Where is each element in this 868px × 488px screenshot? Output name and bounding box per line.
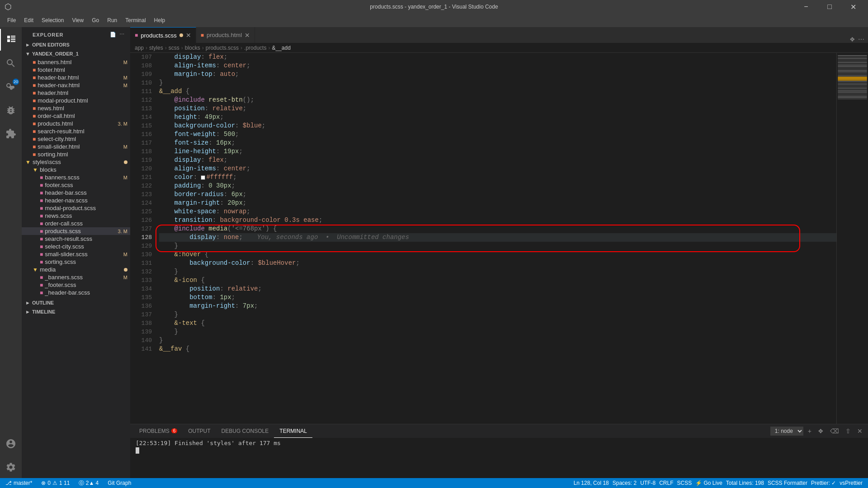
code-line-117: font-size: 16px; bbox=[159, 139, 836, 147]
git-graph-label: Git Graph bbox=[108, 480, 131, 486]
file-header-bar-scss[interactable]: ■ header-bar.scss bbox=[22, 189, 130, 197]
file-footer-scss[interactable]: ■ footer.scss bbox=[22, 181, 130, 189]
file-products-scss[interactable]: ■ products.scss 3. M bbox=[22, 227, 130, 235]
maximize-button[interactable]: □ bbox=[819, 0, 840, 14]
sidebar-more-icon[interactable]: ⋯ bbox=[119, 32, 125, 38]
file-header-bar-media-scss[interactable]: ■ _header-bar.scss bbox=[22, 289, 130, 296]
status-cursor[interactable]: Ln 128, Col 18 bbox=[572, 480, 611, 486]
tab-products-html[interactable]: ■ products.html ✕ bbox=[196, 27, 255, 43]
terminal-select[interactable]: 1: node bbox=[770, 427, 803, 436]
file-search-result-scss[interactable]: ■ search-result.scss bbox=[22, 235, 130, 243]
activity-debug[interactable] bbox=[0, 99, 22, 121]
close-button[interactable]: ✕ bbox=[843, 0, 863, 14]
file-small-slider-scss[interactable]: ■ small-slider.scss M bbox=[22, 250, 130, 258]
maximize-panel-button[interactable]: ⇧ bbox=[844, 427, 853, 436]
minimize-button[interactable]: − bbox=[796, 0, 816, 14]
file-sorting-scss[interactable]: ■ sorting.scss bbox=[22, 258, 130, 266]
tab-problems[interactable]: PROBLEMS 6 bbox=[134, 424, 183, 438]
file-sorting-html[interactable]: ■ sorting.html bbox=[22, 150, 130, 158]
status-formatter[interactable]: SCSS Formatter bbox=[766, 480, 809, 486]
activity-account[interactable] bbox=[0, 433, 22, 455]
close-panel-button[interactable]: ✕ bbox=[855, 427, 864, 436]
tab-terminal[interactable]: TERMINAL bbox=[274, 424, 312, 438]
menu-go[interactable]: Go bbox=[88, 15, 103, 25]
tab-close-button[interactable]: ✕ bbox=[245, 32, 250, 39]
activity-search[interactable] bbox=[0, 52, 22, 74]
menu-help[interactable]: Help bbox=[151, 15, 169, 25]
breadcrumb-current[interactable]: &__add bbox=[272, 45, 290, 51]
file-order-call-scss[interactable]: ■ order-call.scss bbox=[22, 220, 130, 227]
status-spaces[interactable]: Spaces: 2 bbox=[611, 480, 638, 486]
folder-blocks[interactable]: ▼ blocks bbox=[22, 166, 130, 174]
status-encoding[interactable]: UTF-8 bbox=[638, 480, 657, 486]
breadcrumb-file[interactable]: products.scss bbox=[206, 45, 239, 51]
trash-icon[interactable]: ⌫ bbox=[828, 427, 841, 436]
menu-run[interactable]: Run bbox=[104, 15, 121, 25]
code-content[interactable]: display: flex; align-items: center; marg… bbox=[156, 53, 836, 424]
file-footer-html[interactable]: ■ footer.html bbox=[22, 66, 130, 74]
folder-styles-scss[interactable]: ▼ styles\scss bbox=[22, 158, 130, 166]
breadcrumb-scss[interactable]: scss bbox=[169, 45, 179, 51]
split-editor-icon[interactable]: ❖ bbox=[849, 36, 855, 43]
menu-view[interactable]: View bbox=[68, 15, 87, 25]
tab-debug-console[interactable]: DEBUG CONSOLE bbox=[216, 424, 274, 438]
menu-terminal[interactable]: Terminal bbox=[122, 15, 149, 25]
sidebar-tree: ► Open Editors ▼ YANDEX_ORDER_1 ■ banner… bbox=[22, 40, 130, 478]
file-modal-product-scss[interactable]: ■ modal-product.scss bbox=[22, 204, 130, 212]
file-banners-html[interactable]: ■ banners.html M bbox=[22, 58, 130, 66]
status-total-lines[interactable]: Total Lines: 198 bbox=[724, 480, 766, 486]
file-news-scss[interactable]: ■ news.scss bbox=[22, 212, 130, 220]
add-terminal-button[interactable]: + bbox=[806, 427, 813, 436]
open-editors-section[interactable]: ► Open Editors bbox=[22, 40, 130, 49]
new-file-icon[interactable]: 📄 bbox=[110, 32, 117, 38]
file-order-call-html[interactable]: ■ order-call.html bbox=[22, 112, 130, 120]
more-actions-icon[interactable]: ⋯ bbox=[858, 36, 864, 43]
breadcrumb-selector[interactable]: .products bbox=[244, 45, 266, 51]
line-numbers: 107 108 109 110 111 112 113 114 115 116 … bbox=[130, 53, 156, 424]
status-git-graph[interactable]: Git Graph bbox=[106, 480, 133, 486]
file-small-slider-html[interactable]: ■ small-slider.html M bbox=[22, 143, 130, 150]
breadcrumb-app[interactable]: app bbox=[135, 45, 144, 51]
status-errors[interactable]: ⊗ 0 ⚠ 1 11 bbox=[39, 480, 71, 486]
tab-products-scss[interactable]: ■ products.scss ✕ bbox=[130, 27, 196, 43]
file-header-nav-scss[interactable]: ■ header-nav.scss bbox=[22, 197, 130, 204]
file-select-city-scss[interactable]: ■ select-city.scss bbox=[22, 243, 130, 250]
html-icon: ■ bbox=[33, 90, 36, 96]
activity-settings[interactable] bbox=[0, 456, 22, 478]
activity-explorer[interactable] bbox=[0, 29, 22, 51]
breadcrumb-styles[interactable]: styles bbox=[149, 45, 163, 51]
status-branch[interactable]: ⎇ master* bbox=[4, 480, 34, 486]
timeline-section[interactable]: ► TIMELINE bbox=[22, 307, 130, 316]
status-live-server[interactable]: ⚡ Go Live bbox=[693, 480, 724, 486]
menu-file[interactable]: File bbox=[4, 15, 19, 25]
file-select-city-html[interactable]: ■ select-city.html bbox=[22, 135, 130, 143]
breadcrumb-blocks[interactable]: blocks bbox=[185, 45, 200, 51]
tab-output[interactable]: OUTPUT bbox=[183, 424, 216, 438]
file-banners-media-scss[interactable]: ■ _banners.scss M bbox=[22, 273, 130, 281]
tab-close-button[interactable]: ✕ bbox=[186, 32, 191, 39]
activity-source-control[interactable]: 20 bbox=[0, 76, 22, 98]
status-prettier[interactable]: Prettier: ✓ bbox=[809, 480, 838, 486]
menu-selection[interactable]: Selection bbox=[38, 15, 67, 25]
file-banners-scss[interactable]: ■ banners.scss M bbox=[22, 174, 130, 181]
file-footer-media-scss[interactable]: ■ _footer.scss bbox=[22, 281, 130, 289]
file-header-html[interactable]: ■ header.html bbox=[22, 89, 130, 97]
panel-content[interactable]: [22:53:19] Finished 'styles' after 177 m… bbox=[130, 438, 868, 478]
menu-edit[interactable]: Edit bbox=[20, 15, 37, 25]
outline-section[interactable]: ► OUTLINE bbox=[22, 298, 130, 307]
status-language[interactable]: SCSS bbox=[675, 480, 693, 486]
split-terminal-button[interactable]: ❖ bbox=[816, 427, 826, 436]
status-git-sync[interactable]: ⓪ 2▲ 4 bbox=[77, 479, 100, 487]
file-products-html[interactable]: ■ products.html 3. M bbox=[22, 120, 130, 127]
file-modal-product-html[interactable]: ■ modal-product.html bbox=[22, 97, 130, 104]
project-section[interactable]: ▼ YANDEX_ORDER_1 bbox=[22, 49, 130, 58]
activity-extensions[interactable] bbox=[0, 123, 22, 145]
code-editor[interactable]: 107 108 109 110 111 112 113 114 115 116 … bbox=[130, 53, 868, 424]
status-line-ending[interactable]: CRLF bbox=[657, 480, 675, 486]
file-header-nav-html[interactable]: ■ header-nav.html M bbox=[22, 81, 130, 89]
file-search-result-html[interactable]: ■ search-result.html bbox=[22, 127, 130, 135]
folder-media[interactable]: ▼ media bbox=[22, 266, 130, 273]
file-news-html[interactable]: ■ news.html bbox=[22, 104, 130, 112]
file-header-bar-html[interactable]: ■ header-bar.html M bbox=[22, 74, 130, 81]
status-vsprettier[interactable]: vsPrettier bbox=[838, 480, 864, 486]
